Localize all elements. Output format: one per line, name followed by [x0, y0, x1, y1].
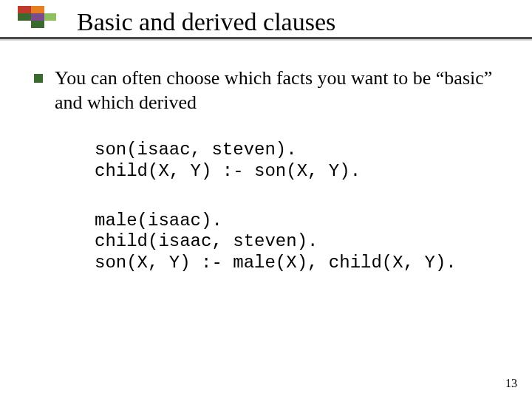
corner-logo-icon — [18, 6, 56, 34]
code-block-1: son(isaac, steven). child(X, Y) :- son(X… — [95, 140, 502, 183]
code-block-2: male(isaac). child(isaac, steven). son(X… — [95, 211, 502, 274]
title-area: Basic and derived clauses — [77, 7, 517, 36]
svg-rect-5 — [31, 21, 44, 28]
svg-rect-0 — [18, 6, 31, 13]
bullet-item: You can often choose which facts you wan… — [34, 66, 502, 115]
svg-rect-3 — [31, 13, 44, 21]
svg-rect-2 — [18, 13, 31, 21]
square-bullet-icon — [34, 74, 43, 83]
svg-rect-4 — [44, 13, 56, 21]
page-number: 13 — [505, 377, 517, 390]
slide: Basic and derived clauses You can often … — [0, 0, 532, 399]
content-area: You can often choose which facts you wan… — [34, 66, 502, 274]
slide-title: Basic and derived clauses — [77, 7, 517, 36]
title-underline — [0, 37, 532, 39]
svg-rect-1 — [31, 6, 44, 13]
bullet-text: You can often choose which facts you wan… — [55, 66, 502, 115]
